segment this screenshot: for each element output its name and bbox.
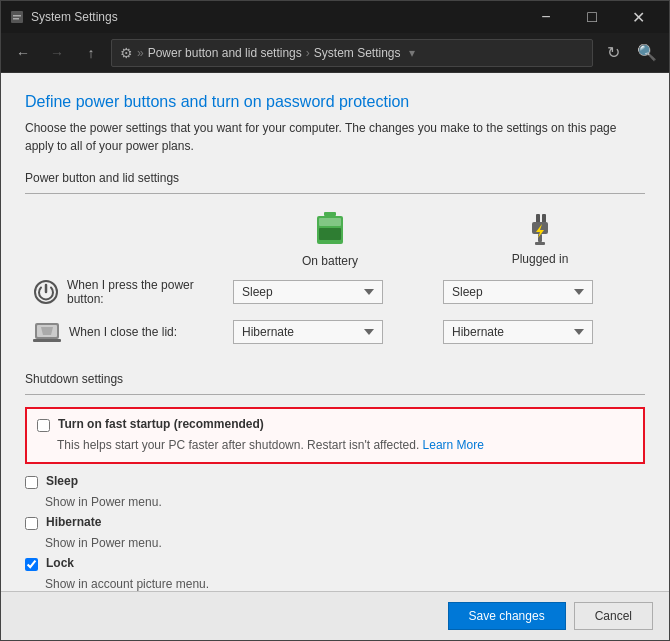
breadcrumb-sep1: » xyxy=(137,46,144,60)
fast-startup-checkbox[interactable] xyxy=(37,419,50,432)
shutdown-section-title: Shutdown settings xyxy=(25,372,645,386)
power-button-battery-cell: Do nothing Sleep Hibernate Shut down xyxy=(225,272,435,312)
title-bar-controls: − □ ✕ xyxy=(523,1,661,33)
lid-row-label: When I close the lid: xyxy=(69,325,177,339)
divider1 xyxy=(25,193,645,194)
breadcrumb-icon: ⚙ xyxy=(120,45,133,61)
minimize-button[interactable]: − xyxy=(523,1,569,33)
cancel-button[interactable]: Cancel xyxy=(574,602,653,630)
svg-rect-6 xyxy=(319,218,341,226)
window-icon xyxy=(9,9,25,25)
svg-rect-16 xyxy=(33,339,61,342)
maximize-button[interactable]: □ xyxy=(569,1,615,33)
save-changes-button[interactable]: Save changes xyxy=(448,602,566,630)
svg-rect-3 xyxy=(324,212,336,216)
window-title: System Settings xyxy=(31,10,118,24)
lid-battery-select[interactable]: Do nothing Sleep Hibernate Shut down xyxy=(233,320,383,344)
lid-plugged-cell: Do nothing Sleep Hibernate Shut down xyxy=(435,312,645,352)
lid-battery-cell: Do nothing Sleep Hibernate Shut down xyxy=(225,312,435,352)
power-button-label: When I press the power button: xyxy=(33,278,217,306)
page-description: Choose the power settings that you want … xyxy=(25,119,645,155)
power-button-row: When I press the power button: Do nothin… xyxy=(25,272,645,312)
hibernate-label[interactable]: Hibernate xyxy=(46,515,101,529)
sleep-row: Sleep Show in Power menu. xyxy=(25,474,645,509)
lid-icon xyxy=(33,318,61,346)
breadcrumb-system-settings: System Settings xyxy=(314,46,401,60)
svg-rect-0 xyxy=(11,11,23,23)
power-button-section-title: Power button and lid settings xyxy=(25,171,645,185)
col-plugged-header: Plugged in xyxy=(435,206,645,272)
forward-button[interactable]: → xyxy=(43,39,71,67)
hibernate-checkbox-row: Hibernate xyxy=(25,515,645,530)
footer: Save changes Cancel xyxy=(1,591,669,640)
close-button[interactable]: ✕ xyxy=(615,1,661,33)
lock-label[interactable]: Lock xyxy=(46,556,74,570)
fast-startup-label[interactable]: Turn on fast startup (recommended) xyxy=(58,417,264,431)
lid-label: When I close the lid: xyxy=(33,318,217,346)
breadcrumb-sep2: › xyxy=(306,46,310,60)
breadcrumb-power-options[interactable]: Power button and lid settings xyxy=(148,46,302,60)
battery-icon xyxy=(315,210,345,250)
svg-rect-11 xyxy=(535,242,545,245)
power-table: On battery xyxy=(25,206,645,352)
hibernate-desc: Show in Power menu. xyxy=(45,536,645,550)
title-bar: System Settings − □ ✕ xyxy=(1,1,669,33)
learn-more-link[interactable]: Learn More xyxy=(423,438,484,452)
divider2 xyxy=(25,394,645,395)
col-empty xyxy=(25,206,225,272)
breadcrumb-chevron: ▾ xyxy=(409,46,415,60)
sleep-desc: Show in Power menu. xyxy=(45,495,645,509)
power-button-plugged-cell: Do nothing Sleep Hibernate Shut down xyxy=(435,272,645,312)
page-title: Define power buttons and turn on passwor… xyxy=(25,93,645,111)
svg-rect-5 xyxy=(319,228,341,240)
refresh-button[interactable]: ↻ xyxy=(599,39,627,67)
svg-rect-2 xyxy=(13,18,19,20)
power-button-battery-select[interactable]: Do nothing Sleep Hibernate Shut down xyxy=(233,280,383,304)
fast-startup-desc: This helps start your PC faster after sh… xyxy=(57,438,633,452)
hibernate-row: Hibernate Show in Power menu. xyxy=(25,515,645,550)
lid-row: When I close the lid: Do nothing Sleep H… xyxy=(25,312,645,352)
lock-checkbox[interactable] xyxy=(25,558,38,571)
hibernate-checkbox[interactable] xyxy=(25,517,38,530)
lock-desc: Show in account picture menu. xyxy=(45,577,645,591)
sleep-label[interactable]: Sleep xyxy=(46,474,78,488)
svg-rect-1 xyxy=(13,15,21,17)
sleep-checkbox-row: Sleep xyxy=(25,474,645,489)
window: System Settings − □ ✕ ← → ↑ ⚙ » Power bu… xyxy=(0,0,670,641)
lock-row: Lock Show in account picture menu. xyxy=(25,556,645,591)
title-bar-left: System Settings xyxy=(9,9,118,25)
col-battery-header: On battery xyxy=(225,206,435,272)
up-button[interactable]: ↑ xyxy=(77,39,105,67)
fast-startup-row: Turn on fast startup (recommended) xyxy=(37,417,633,432)
lid-plugged-select[interactable]: Do nothing Sleep Hibernate Shut down xyxy=(443,320,593,344)
sleep-checkbox[interactable] xyxy=(25,476,38,489)
lock-checkbox-row: Lock xyxy=(25,556,645,571)
shutdown-section: Shutdown settings Turn on fast startup (… xyxy=(25,372,645,591)
power-button-row-label: When I press the power button: xyxy=(67,278,217,306)
nav-bar: ← → ↑ ⚙ » Power button and lid settings … xyxy=(1,33,669,73)
plugged-icon xyxy=(522,212,558,248)
power-button-icon xyxy=(33,278,59,306)
back-button[interactable]: ← xyxy=(9,39,37,67)
search-button[interactable]: 🔍 xyxy=(633,39,661,67)
breadcrumb-bar: ⚙ » Power button and lid settings › Syst… xyxy=(111,39,593,67)
power-button-plugged-select[interactable]: Do nothing Sleep Hibernate Shut down xyxy=(443,280,593,304)
fast-startup-box: Turn on fast startup (recommended) This … xyxy=(25,407,645,464)
main-content: Define power buttons and turn on passwor… xyxy=(1,73,669,591)
